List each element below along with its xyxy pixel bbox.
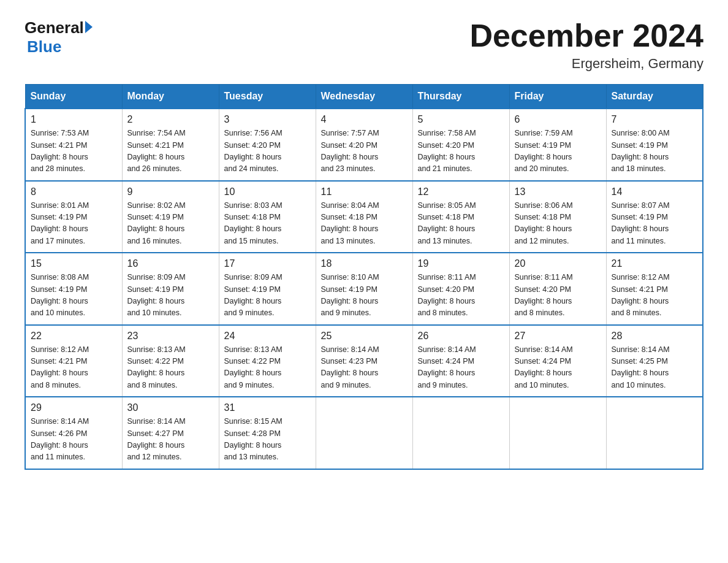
- day-number: 23: [127, 331, 214, 342]
- calendar-cell: 6Sunrise: 7:59 AMSunset: 4:19 PMDaylight…: [509, 109, 606, 181]
- day-info: Sunrise: 8:14 AMSunset: 4:24 PMDaylight:…: [515, 344, 601, 392]
- day-number: 6: [515, 114, 601, 125]
- calendar-cell: [606, 397, 703, 469]
- column-header-saturday: Saturday: [606, 85, 703, 109]
- day-info: Sunrise: 8:08 AMSunset: 4:19 PMDaylight:…: [31, 272, 117, 320]
- week-row-4: 22Sunrise: 8:12 AMSunset: 4:21 PMDayligh…: [25, 325, 703, 397]
- calendar-cell: 17Sunrise: 8:09 AMSunset: 4:19 PMDayligh…: [219, 253, 316, 325]
- day-number: 2: [127, 114, 214, 125]
- week-row-5: 29Sunrise: 8:14 AMSunset: 4:26 PMDayligh…: [25, 397, 703, 469]
- calendar-cell: [316, 397, 412, 469]
- day-number: 11: [321, 186, 408, 197]
- calendar-cell: 21Sunrise: 8:12 AMSunset: 4:21 PMDayligh…: [606, 253, 703, 325]
- day-info: Sunrise: 7:59 AMSunset: 4:19 PMDaylight:…: [515, 128, 601, 175]
- day-info: Sunrise: 8:03 AMSunset: 4:18 PMDaylight:…: [224, 200, 311, 248]
- day-info: Sunrise: 8:01 AMSunset: 4:19 PMDaylight:…: [31, 200, 117, 248]
- calendar-cell: 29Sunrise: 8:14 AMSunset: 4:26 PMDayligh…: [25, 397, 122, 469]
- day-number: 8: [31, 186, 117, 197]
- day-number: 4: [321, 114, 408, 125]
- calendar-cell: 24Sunrise: 8:13 AMSunset: 4:22 PMDayligh…: [219, 325, 316, 397]
- day-info: Sunrise: 8:05 AMSunset: 4:18 PMDaylight:…: [418, 200, 504, 248]
- calendar-cell: 13Sunrise: 8:06 AMSunset: 4:18 PMDayligh…: [509, 181, 606, 253]
- calendar-cell: 16Sunrise: 8:09 AMSunset: 4:19 PMDayligh…: [122, 253, 219, 325]
- column-header-wednesday: Wednesday: [316, 85, 412, 109]
- calendar-cell: 25Sunrise: 8:14 AMSunset: 4:23 PMDayligh…: [316, 325, 412, 397]
- column-header-sunday: Sunday: [25, 85, 122, 109]
- column-header-friday: Friday: [509, 85, 606, 109]
- calendar-cell: 31Sunrise: 8:15 AMSunset: 4:28 PMDayligh…: [219, 397, 316, 469]
- day-number: 21: [612, 258, 698, 269]
- month-title: December 2024: [469, 18, 703, 53]
- day-number: 31: [224, 402, 311, 413]
- day-number: 5: [418, 114, 504, 125]
- day-info: Sunrise: 8:14 AMSunset: 4:23 PMDaylight:…: [321, 344, 408, 392]
- day-number: 17: [224, 258, 311, 269]
- day-info: Sunrise: 8:06 AMSunset: 4:18 PMDaylight:…: [515, 200, 601, 248]
- location-text: Ergersheim, Germany: [469, 56, 703, 72]
- calendar-cell: 11Sunrise: 8:04 AMSunset: 4:18 PMDayligh…: [316, 181, 412, 253]
- column-header-tuesday: Tuesday: [219, 85, 316, 109]
- calendar-cell: [412, 397, 509, 469]
- day-info: Sunrise: 8:04 AMSunset: 4:18 PMDaylight:…: [321, 200, 408, 248]
- calendar-cell: 5Sunrise: 7:58 AMSunset: 4:20 PMDaylight…: [412, 109, 509, 181]
- column-header-thursday: Thursday: [412, 85, 509, 109]
- day-number: 24: [224, 331, 311, 342]
- day-number: 12: [418, 186, 504, 197]
- day-number: 3: [224, 114, 311, 125]
- day-info: Sunrise: 8:13 AMSunset: 4:22 PMDaylight:…: [127, 344, 214, 392]
- day-info: Sunrise: 8:00 AMSunset: 4:19 PMDaylight:…: [612, 128, 698, 175]
- calendar-cell: 9Sunrise: 8:02 AMSunset: 4:19 PMDaylight…: [122, 181, 219, 253]
- calendar-cell: 27Sunrise: 8:14 AMSunset: 4:24 PMDayligh…: [509, 325, 606, 397]
- day-info: Sunrise: 7:58 AMSunset: 4:20 PMDaylight:…: [418, 128, 504, 175]
- logo: General Blue: [25, 18, 93, 56]
- day-info: Sunrise: 8:14 AMSunset: 4:25 PMDaylight:…: [612, 344, 698, 392]
- day-number: 19: [418, 258, 504, 269]
- day-info: Sunrise: 7:53 AMSunset: 4:21 PMDaylight:…: [31, 128, 117, 175]
- day-info: Sunrise: 8:12 AMSunset: 4:21 PMDaylight:…: [31, 344, 117, 392]
- day-info: Sunrise: 8:14 AMSunset: 4:26 PMDaylight:…: [31, 416, 117, 464]
- week-row-2: 8Sunrise: 8:01 AMSunset: 4:19 PMDaylight…: [25, 181, 703, 253]
- calendar-cell: 10Sunrise: 8:03 AMSunset: 4:18 PMDayligh…: [219, 181, 316, 253]
- day-info: Sunrise: 7:54 AMSunset: 4:21 PMDaylight:…: [127, 128, 214, 175]
- day-info: Sunrise: 8:11 AMSunset: 4:20 PMDaylight:…: [515, 272, 601, 320]
- calendar-cell: 18Sunrise: 8:10 AMSunset: 4:19 PMDayligh…: [316, 253, 412, 325]
- day-number: 7: [612, 114, 698, 125]
- calendar-cell: 14Sunrise: 8:07 AMSunset: 4:19 PMDayligh…: [606, 181, 703, 253]
- day-number: 29: [31, 402, 117, 413]
- day-info: Sunrise: 8:15 AMSunset: 4:28 PMDaylight:…: [224, 416, 311, 464]
- calendar-cell: 2Sunrise: 7:54 AMSunset: 4:21 PMDaylight…: [122, 109, 219, 181]
- day-number: 16: [127, 258, 214, 269]
- calendar-cell: 30Sunrise: 8:14 AMSunset: 4:27 PMDayligh…: [122, 397, 219, 469]
- day-number: 18: [321, 258, 408, 269]
- calendar-cell: 28Sunrise: 8:14 AMSunset: 4:25 PMDayligh…: [606, 325, 703, 397]
- calendar-cell: 12Sunrise: 8:05 AMSunset: 4:18 PMDayligh…: [412, 181, 509, 253]
- calendar-cell: 7Sunrise: 8:00 AMSunset: 4:19 PMDaylight…: [606, 109, 703, 181]
- day-number: 13: [515, 186, 601, 197]
- column-header-monday: Monday: [122, 85, 219, 109]
- calendar-cell: 19Sunrise: 8:11 AMSunset: 4:20 PMDayligh…: [412, 253, 509, 325]
- day-number: 28: [612, 331, 698, 342]
- day-number: 22: [31, 331, 117, 342]
- day-info: Sunrise: 8:11 AMSunset: 4:20 PMDaylight:…: [418, 272, 504, 320]
- week-row-1: 1Sunrise: 7:53 AMSunset: 4:21 PMDaylight…: [25, 109, 703, 181]
- day-info: Sunrise: 7:57 AMSunset: 4:20 PMDaylight:…: [321, 128, 408, 175]
- day-number: 26: [418, 331, 504, 342]
- calendar-cell: 23Sunrise: 8:13 AMSunset: 4:22 PMDayligh…: [122, 325, 219, 397]
- calendar-cell: 20Sunrise: 8:11 AMSunset: 4:20 PMDayligh…: [509, 253, 606, 325]
- week-row-3: 15Sunrise: 8:08 AMSunset: 4:19 PMDayligh…: [25, 253, 703, 325]
- calendar-cell: 1Sunrise: 7:53 AMSunset: 4:21 PMDaylight…: [25, 109, 122, 181]
- calendar-cell: 8Sunrise: 8:01 AMSunset: 4:19 PMDaylight…: [25, 181, 122, 253]
- calendar-header-row: SundayMondayTuesdayWednesdayThursdayFrid…: [25, 85, 703, 109]
- calendar-table: SundayMondayTuesdayWednesdayThursdayFrid…: [25, 84, 703, 470]
- page-header: General Blue December 2024 Ergersheim, G…: [25, 18, 703, 72]
- day-info: Sunrise: 8:09 AMSunset: 4:19 PMDaylight:…: [224, 272, 311, 320]
- day-info: Sunrise: 8:07 AMSunset: 4:19 PMDaylight:…: [612, 200, 698, 248]
- day-info: Sunrise: 8:10 AMSunset: 4:19 PMDaylight:…: [321, 272, 408, 320]
- calendar-cell: 26Sunrise: 8:14 AMSunset: 4:24 PMDayligh…: [412, 325, 509, 397]
- day-info: Sunrise: 8:14 AMSunset: 4:27 PMDaylight:…: [127, 416, 214, 464]
- day-number: 1: [31, 114, 117, 125]
- day-info: Sunrise: 8:14 AMSunset: 4:24 PMDaylight:…: [418, 344, 504, 392]
- day-number: 9: [127, 186, 214, 197]
- day-number: 15: [31, 258, 117, 269]
- day-info: Sunrise: 7:56 AMSunset: 4:20 PMDaylight:…: [224, 128, 311, 175]
